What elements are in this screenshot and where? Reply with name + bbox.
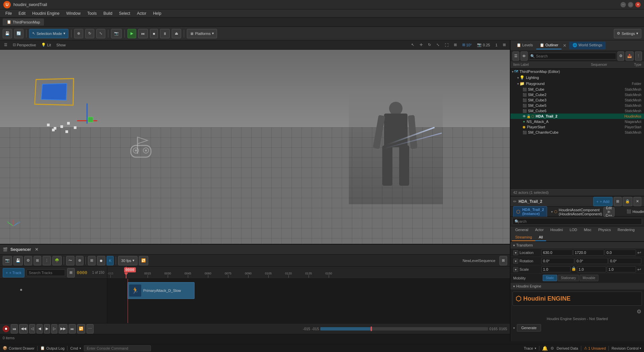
details-tab-physics[interactable]: Physics: [595, 226, 614, 234]
stop-button[interactable]: ■: [150, 29, 158, 38]
stationary-mobility-button[interactable]: Stationary: [558, 275, 579, 281]
scale-z-input[interactable]: [607, 266, 636, 272]
camera-button[interactable]: 📷: [111, 29, 122, 38]
goto-start-button[interactable]: ⏮: [11, 324, 18, 334]
rotation-z-input[interactable]: [608, 258, 641, 264]
close-button[interactable]: ✕: [635, 2, 641, 7]
component-tree-item-1[interactable]: ▾ ⬡ HoudiniAssetComponent (HoudiniAssetC…: [548, 206, 617, 218]
location-expand-btn[interactable]: ▾: [513, 250, 518, 255]
details-tab-all[interactable]: All: [535, 234, 546, 241]
rotation-y-input[interactable]: [575, 258, 608, 264]
rotate-button[interactable]: ↻: [85, 29, 94, 38]
outliner-item-hda-trail[interactable]: 👁 🔓 ⬡ HDA_Trail_2 HoudiniAss: [511, 114, 644, 119]
outliner-close-button[interactable]: ✕: [561, 42, 568, 49]
record-button[interactable]: ⏺: [3, 325, 9, 332]
grid-icon[interactable]: ⊞: [452, 42, 459, 48]
world-settings-tab[interactable]: 🌐 World Settings: [569, 42, 605, 49]
movable-mobility-button[interactable]: Movable: [580, 275, 598, 281]
vp-fullscreen-icon[interactable]: ⊞: [501, 42, 508, 48]
rotation-x-input[interactable]: [541, 258, 574, 264]
seq-filter-btn[interactable]: ⊗: [76, 256, 84, 265]
seq-more-options[interactable]: ⋯: [87, 324, 94, 334]
details-search-input[interactable]: [513, 218, 642, 225]
rotate-vp-icon[interactable]: ↻: [426, 42, 433, 48]
outliner-item-lighting[interactable]: ▾ 💡 Lighting: [511, 75, 644, 81]
rotation-expand-btn[interactable]: ▾: [513, 259, 518, 264]
save-button[interactable]: 💾: [3, 29, 12, 38]
grid-snap-button[interactable]: ⊞ 10°: [460, 42, 474, 48]
pause-button[interactable]: ⏸: [160, 29, 170, 38]
seq-options-btn[interactable]: ⚙: [24, 256, 32, 265]
details-tab-rendering[interactable]: Rendering: [614, 226, 638, 234]
outliner-more-btn[interactable]: ⋮: [635, 51, 642, 61]
outliner-item-smcube3[interactable]: ⬛ SM_Cube3 StaticMesh: [511, 97, 644, 103]
scale-y-input[interactable]: [577, 266, 606, 272]
seq-save-btn[interactable]: 💾: [13, 256, 23, 265]
edit-cpp-button[interactable]: Edit in C++: [603, 207, 614, 217]
maximize-vp-icon[interactable]: ⛶: [443, 42, 450, 48]
outliner-item-playground[interactable]: ▾ 📁 Playground Folder: [511, 81, 644, 87]
add-track-button[interactable]: + + Track: [3, 268, 24, 277]
derived-data-button[interactable]: Derived Data: [557, 346, 578, 350]
platforms-button[interactable]: 🖥 Platforms ▾: [187, 29, 217, 38]
sequencer-close-button[interactable]: ✕: [35, 247, 39, 252]
seq-curve-btn[interactable]: 〜: [66, 256, 74, 265]
details-grid-btn[interactable]: ⊞: [614, 197, 622, 206]
next-key-button[interactable]: ▷: [51, 324, 57, 334]
play-reverse-button[interactable]: ◀: [37, 324, 43, 334]
eye-visible-icon[interactable]: 👁: [523, 115, 526, 118]
component-tree-item-2[interactable]: ⬛ HoudiniStaticMeshComponent_4: [619, 208, 644, 215]
seq-camera-btn[interactable]: 📷: [3, 256, 12, 265]
minimize-button[interactable]: ─: [621, 2, 626, 7]
menu-build[interactable]: Build: [101, 10, 115, 16]
static-mobility-button[interactable]: Static: [543, 275, 557, 281]
details-tab-streaming[interactable]: Streaming: [512, 234, 535, 241]
source-control-status[interactable]: ⚙: [550, 346, 554, 351]
selection-mode-button[interactable]: ↖ Selection Mode ▾: [29, 29, 68, 38]
content-drawer-button[interactable]: 📦 Content Drawer: [3, 346, 35, 350]
skip-forward-button[interactable]: ⏭: [138, 29, 148, 38]
outliner-settings-btn[interactable]: ⚙: [618, 51, 624, 61]
settings-button[interactable]: ⚙ Settings ▾: [614, 29, 641, 38]
revision-control-button[interactable]: Revision Control ▾: [611, 346, 641, 350]
vp-settings-icon[interactable]: 1: [493, 42, 499, 48]
search-tracks-input[interactable]: [26, 269, 65, 276]
seq-loop-btn[interactable]: 🔁: [139, 256, 148, 265]
camera-speed-button[interactable]: 📷 0.25: [475, 42, 492, 48]
outliner-item-smcube5[interactable]: ⬛ SM_Cube5 StaticMesh: [511, 103, 644, 108]
menu-window[interactable]: Window: [63, 10, 83, 16]
details-tab-houdini[interactable]: Houdini: [547, 226, 566, 234]
houdini-gear-button[interactable]: ⚙: [637, 308, 641, 315]
perspective-button[interactable]: ⊡ Perspective: [11, 42, 38, 48]
cmd-button[interactable]: Cmd ▾: [70, 346, 81, 350]
trace-button[interactable]: Trace ▾: [524, 346, 536, 350]
outliner-eye-btn[interactable]: 👁: [521, 51, 528, 61]
eject-button[interactable]: ⏏: [172, 29, 181, 38]
details-close-btn[interactable]: ✕: [634, 197, 641, 206]
location-y-input[interactable]: [573, 250, 604, 256]
menu-houdini-engine[interactable]: Houdini Engine: [30, 10, 62, 16]
goto-end-button[interactable]: ⏭: [69, 324, 76, 334]
reset-scale-button[interactable]: ↩: [637, 267, 641, 272]
menu-select[interactable]: Select: [116, 10, 133, 16]
details-tab-general[interactable]: General: [512, 226, 532, 234]
output-log-button[interactable]: 📋 Output Log: [40, 346, 64, 350]
menu-edit[interactable]: Edit: [16, 10, 28, 16]
levels-tab[interactable]: 📋 Levels: [513, 42, 536, 49]
source-control-button[interactable]: 🔄: [14, 29, 23, 38]
outliner-export-btn[interactable]: 📤: [626, 51, 634, 61]
menu-file[interactable]: File: [3, 10, 14, 16]
seq-key-btn[interactable]: K: [107, 256, 114, 265]
lock-visible-icon[interactable]: 🔓: [527, 115, 531, 118]
map-tab[interactable]: 📋 ThirdPersonMap: [3, 18, 44, 26]
fps-button[interactable]: 30 fps ▾: [118, 256, 138, 265]
seq-tree-btn[interactable]: 🌳: [52, 256, 62, 265]
scrubber-handle[interactable]: [371, 326, 372, 331]
scrubber-bar[interactable]: [320, 327, 488, 331]
seq-snap-btn[interactable]: ⊞: [88, 256, 96, 265]
details-tab-actor[interactable]: Actor: [532, 226, 547, 234]
maximize-button[interactable]: □: [628, 2, 633, 7]
outliner-item-ns-attack[interactable]: ✦ NS_Attack_A NiagaraAct: [511, 119, 644, 124]
add-component-button[interactable]: + + Add: [593, 197, 612, 206]
outliner-tab[interactable]: 📋 Outliner: [536, 42, 562, 49]
